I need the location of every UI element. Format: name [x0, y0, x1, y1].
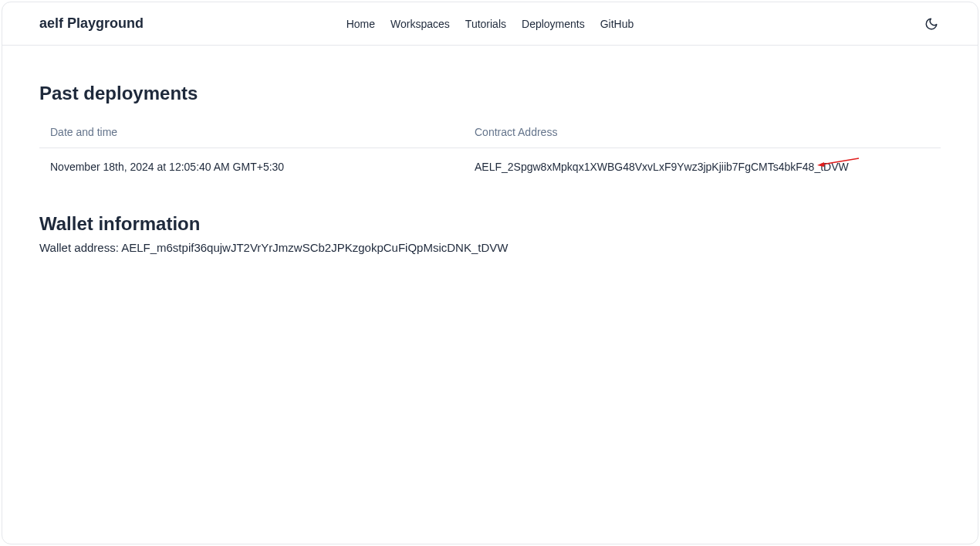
wallet-address-value: AELF_m6stpif36qujwJT2VrYrJmzwSCb2JPKzgok…: [121, 241, 508, 254]
nav-deployments[interactable]: Deployments: [522, 18, 585, 30]
wallet-address: Wallet address: AELF_m6stpif36qujwJT2VrY…: [39, 241, 941, 254]
theme-toggle-button[interactable]: [922, 15, 941, 33]
wallet-section: Wallet information Wallet address: AELF_…: [39, 213, 941, 254]
table-row: November 18th, 2024 at 12:05:40 AM GMT+5…: [39, 148, 941, 185]
deployments-table: Date and time Contract Address November …: [39, 117, 941, 185]
column-address: Contract Address: [475, 126, 930, 138]
brand-logo[interactable]: aelf Playground: [39, 15, 144, 32]
deployments-title: Past deployments: [39, 83, 941, 104]
nav-workspaces[interactable]: Workspaces: [390, 18, 450, 30]
deployments-section: Past deployments Date and time Contract …: [39, 83, 941, 185]
wallet-title: Wallet information: [39, 213, 941, 235]
nav-github[interactable]: GitHub: [600, 18, 634, 30]
table-header: Date and time Contract Address: [39, 117, 941, 148]
nav-home[interactable]: Home: [346, 18, 375, 30]
main-content: Past deployments Date and time Contract …: [2, 46, 978, 254]
nav-tutorials[interactable]: Tutorials: [465, 18, 506, 30]
moon-icon: [924, 17, 938, 31]
column-datetime: Date and time: [50, 126, 475, 138]
cell-address: AELF_2Spgw8xMpkqx1XWBG48VxvLxF9Ywz3jpKji…: [475, 161, 930, 173]
header: aelf Playground Home Workspaces Tutorial…: [2, 2, 978, 46]
main-nav: Home Workspaces Tutorials Deployments Gi…: [346, 18, 634, 30]
cell-datetime: November 18th, 2024 at 12:05:40 AM GMT+5…: [50, 161, 475, 173]
wallet-address-label: Wallet address:: [39, 241, 121, 254]
